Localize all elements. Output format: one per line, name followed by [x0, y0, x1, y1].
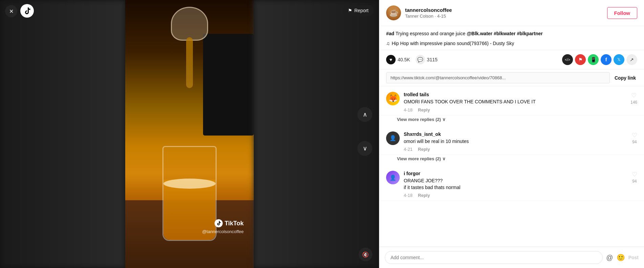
mute-button[interactable]: 🔇 [359, 248, 372, 261]
blender-bowl [171, 7, 208, 41]
comment-date: 4-21 [404, 147, 413, 152]
follow-button[interactable]: Follow [607, 7, 638, 19]
copy-link-bar: https://www.tiktok.com/@tannercolsoncoff… [379, 69, 644, 86]
blender [169, 0, 210, 68]
more-share-button[interactable]: ↗ [626, 54, 637, 65]
view-more-replies-0[interactable]: View more replies (2) ∨ [379, 117, 644, 126]
chevron-up-icon: ∧ [363, 111, 367, 118]
commenter-username: Shxrrds_isnt_ok [404, 131, 628, 137]
mention-blkwater: @Blk.water [467, 31, 492, 36]
view-more-text: View more replies (2) [397, 117, 441, 122]
comment-footer: 4-18 Reply [404, 107, 626, 112]
scroll-down-button[interactable]: ∨ [357, 141, 372, 156]
like-heart-icon: ♡ [632, 171, 637, 178]
author-avatar: ☕ [386, 5, 401, 20]
reply-button[interactable]: Reply [418, 147, 430, 152]
post-date-separator: · [435, 14, 437, 19]
tag-blkwater: #blkwater [494, 31, 516, 36]
view-more-replies-1[interactable]: View more replies (2) ∨ [379, 156, 644, 165]
post-date: 4-15 [437, 14, 446, 19]
like-heart-icon: ♡ [632, 131, 637, 139]
comment-body: trolled tails OMORI FANS TOOK OVER THE C… [404, 92, 626, 112]
reply-button[interactable]: Reply [418, 107, 430, 112]
stats-row: ♥ 40.5K 💬 3115 </> ⚑ 📱 f 𝕏 ↗ [379, 50, 644, 69]
music-note-icon: ♫ [386, 40, 390, 47]
mention-button[interactable]: @ [606, 254, 613, 262]
comment-date: 4-18 [404, 193, 413, 198]
code-icon: </> [565, 58, 570, 62]
music-text: Hip Hop with impressive piano sound(7937… [392, 40, 514, 47]
comment-text: OMORI FANS TOOK OVER THE COMMENTS AND I … [404, 99, 626, 105]
glass-cup [162, 139, 217, 241]
report-share-button[interactable]: ⚑ [575, 54, 586, 65]
post-description: #ad Trying espresso and orange juice @Bl… [379, 26, 644, 50]
embed-button[interactable]: </> [562, 54, 573, 65]
video-panel: TikTok @tannercolsoncoffee ✕ ⚑ Report ∧ … [0, 0, 379, 268]
comment-body: i forgor ORANGE JOE???if it tastes bad t… [404, 171, 628, 198]
link-display: https://www.tiktok.com/@tannercolsoncoff… [386, 72, 610, 83]
username-watermark: @tannercolsoncoffee [202, 229, 244, 234]
facebook-share-button[interactable]: f [601, 54, 612, 65]
post-meta: Tanner Colson · 4-15 [405, 14, 603, 19]
facebook-icon: f [605, 57, 607, 62]
post-username: tannercolsoncoffee [405, 7, 603, 13]
dark-avatar-icon: 👤 [386, 131, 400, 145]
comment-like-section[interactable]: ♡ 94 [632, 131, 637, 152]
liquid-stream [186, 37, 193, 88]
report-icon: ⚑ [348, 8, 352, 13]
like-count: 94 [632, 140, 637, 144]
likes-stat[interactable]: ♥ 40.5K [386, 55, 410, 64]
post-user-info: tannercolsoncoffee Tanner Colson · 4-15 [405, 7, 603, 19]
close-icon: ✕ [9, 8, 14, 15]
post-comment-button[interactable]: Post [628, 255, 639, 260]
comment-like-section[interactable]: ♡ 94 [632, 171, 637, 198]
video-background-right [254, 0, 379, 268]
report-label: Report [354, 8, 369, 13]
comment-text: omori will be real in 10 minutes [404, 138, 628, 145]
tiktok-brand-logo [20, 4, 34, 18]
emoji-button[interactable]: 🙂 [617, 253, 625, 262]
post-header: ☕ tannercolsoncoffee Tanner Colson · 4-1… [379, 0, 644, 26]
video-center: TikTok @tannercolsoncoffee [125, 0, 254, 268]
chevron-down-small-icon: ∨ [442, 156, 446, 161]
copy-link-button[interactable]: Copy link [613, 75, 637, 81]
comment-bubble-icon: 💬 [416, 55, 425, 64]
commenter-avatar: 👤 [386, 131, 400, 145]
like-heart-icon: ♡ [631, 92, 637, 99]
author-display-name: Tanner Colson [405, 14, 434, 19]
tiktok-label: TikTok [225, 220, 244, 227]
whatsapp-icon: 📱 [591, 57, 596, 62]
mute-icon: 🔇 [362, 251, 369, 258]
close-button[interactable]: ✕ [5, 5, 17, 17]
input-actions: @ 🙂 Post [606, 253, 639, 262]
comment-item: 👤 Shxrrds_isnt_ok omori will be real in … [379, 126, 644, 155]
comments-stat[interactable]: 💬 3115 [416, 55, 438, 64]
glass-vessel [162, 146, 217, 241]
music-line: ♫ Hip Hop with impressive piano sound(79… [386, 40, 637, 47]
heart-icon: ♥ [386, 55, 396, 64]
ad-label: #ad [386, 31, 394, 36]
like-count: 146 [630, 100, 637, 105]
report-button[interactable]: ⚑ Report [342, 5, 374, 16]
like-count: 94 [632, 179, 637, 184]
commenter-avatar: 🦊 [386, 92, 400, 105]
commenter-username: trolled tails [404, 92, 626, 97]
comment-like-section[interactable]: ♡ 146 [630, 92, 637, 112]
comment-footer: 4-18 Reply [404, 193, 628, 198]
scroll-up-button[interactable]: ∧ [357, 107, 372, 122]
comments-count: 3115 [427, 57, 438, 62]
comments-section: 🦊 trolled tails OMORI FANS TOOK OVER THE… [379, 86, 644, 247]
tiktok-icon [215, 219, 223, 227]
description-body: Trying espresso and orange juice [396, 31, 467, 36]
video-background-left [0, 0, 125, 268]
twitter-share-button[interactable]: 𝕏 [614, 54, 624, 65]
comment-input[interactable] [385, 251, 603, 264]
tiktok-watermark: TikTok [215, 219, 244, 227]
whatsapp-share-button[interactable]: 📱 [588, 54, 599, 65]
comment-body: Shxrrds_isnt_ok omori will be real in 10… [404, 131, 628, 152]
view-more-text: View more replies (2) [397, 156, 441, 161]
comment-footer: 4-21 Reply [404, 147, 628, 152]
fox-emoji-icon: 🦊 [386, 92, 400, 105]
tag-blkpartner: #blkpartner [517, 31, 542, 36]
reply-button[interactable]: Reply [418, 193, 430, 198]
